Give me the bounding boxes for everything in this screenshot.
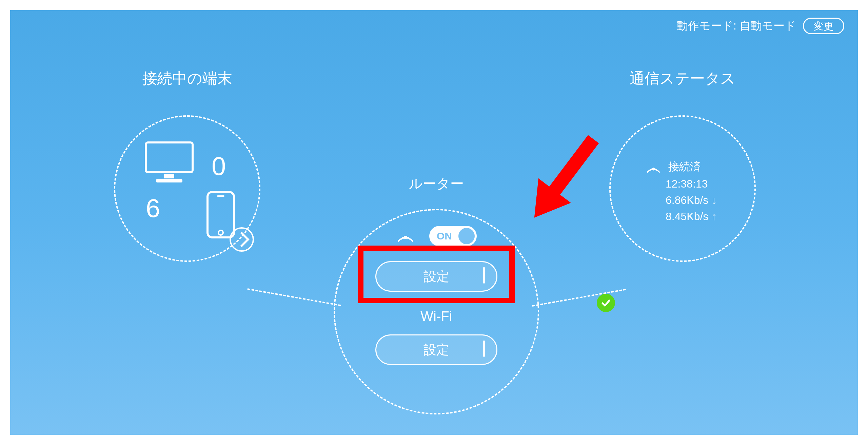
top-row: 動作モード: 自動モード 変更 <box>677 18 844 34</box>
svg-marker-8 <box>519 127 607 230</box>
svg-point-4 <box>218 230 223 235</box>
chevron-right-icon <box>483 269 485 284</box>
svg-rect-1 <box>164 174 174 178</box>
router-title: ルーター <box>409 174 464 193</box>
mobile-count: 6 <box>146 193 160 223</box>
wifi-settings-label: 設定 <box>376 341 496 359</box>
antenna-icon <box>397 227 414 246</box>
status-ok-badge <box>597 294 615 312</box>
toggle-on-label: ON <box>437 230 452 242</box>
operation-mode-label: 動作モード: 自動モード <box>677 18 796 34</box>
chevron-right-icon <box>483 343 485 357</box>
connected-devices-title: 接続中の端末 <box>142 69 232 89</box>
connection-status-label: 接続済 <box>668 159 701 174</box>
change-mode-button[interactable]: 変更 <box>803 18 844 34</box>
chevron-right-icon <box>234 232 249 247</box>
svg-rect-0 <box>146 142 193 172</box>
desktop-count: 0 <box>212 151 226 181</box>
connector-left <box>248 288 341 306</box>
toggle-knob <box>458 228 475 244</box>
connection-duration: 12:38:13 <box>666 178 708 190</box>
check-icon <box>600 297 611 308</box>
download-rate: 6.86Kb/s ↓ <box>666 194 717 207</box>
svg-rect-2 <box>156 179 182 182</box>
router-settings-label: 設定 <box>376 268 496 285</box>
upload-rate: 8.45Kb/s ↑ <box>666 210 717 223</box>
desktop-icon <box>144 140 195 186</box>
annotation-arrow-icon <box>519 115 607 246</box>
devices-details-button[interactable] <box>230 227 254 252</box>
status-contents: 接続済 12:38:13 6.86Kb/s ↓ 8.45Kb/s ↑ <box>609 115 756 262</box>
connection-status-title: 通信ステータス <box>630 69 735 89</box>
wifi-settings-button[interactable]: 設定 <box>375 334 497 365</box>
router-admin-panel: 動作モード: 自動モード 変更 接続中の端末 通信ステータス ルーター Wi-F… <box>10 10 858 435</box>
router-settings-button[interactable]: 設定 <box>375 261 497 292</box>
svg-rect-5 <box>217 195 224 197</box>
router-power-toggle[interactable]: ON <box>429 226 477 246</box>
